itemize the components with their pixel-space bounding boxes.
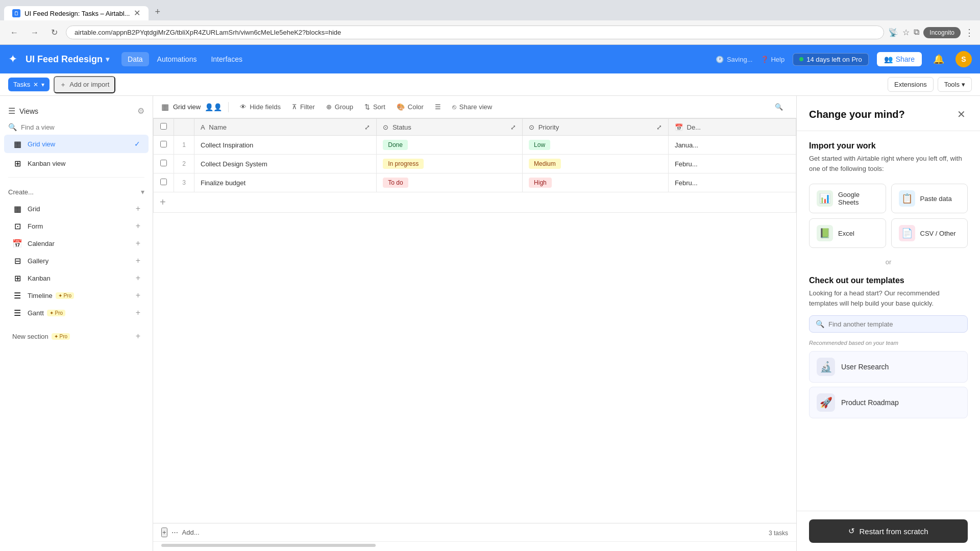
col-header-date[interactable]: 📅 De... [668,119,796,136]
row-3-priority[interactable]: High [523,173,669,192]
create-timeline-add-icon[interactable]: + [136,291,140,300]
create-kanban-add-icon[interactable]: + [136,273,140,283]
sidebar-item-grid-view[interactable]: ▦ Grid view ✓ [4,135,149,153]
nav-data[interactable]: Data [121,52,149,66]
row-3-check[interactable] [154,173,174,192]
new-tab-button[interactable]: + [149,4,166,20]
panel-close-button[interactable]: ✕ [955,106,968,122]
row-1-status[interactable]: Done [377,136,523,155]
create-calendar-add-icon[interactable]: + [136,239,140,248]
row-2-checkbox[interactable] [160,160,167,166]
add-import-button[interactable]: ＋ Add or import [54,76,115,93]
add-label[interactable]: Add... [182,529,200,536]
create-gantt-add-icon[interactable]: + [136,308,140,317]
templates-section: Check out our templates Looking for a he… [809,276,968,418]
create-kanban[interactable]: ⊞ Kanban + [8,269,144,287]
filter-button[interactable]: ⊼ Filter [287,101,320,113]
row-2-priority[interactable]: Medium [523,155,669,173]
create-form[interactable]: ⊡ Form + [8,217,144,235]
row-3-name[interactable]: Finalize budget [194,173,377,192]
bookmark-icon[interactable]: ☆ [902,28,910,37]
create-timeline[interactable]: ☰ Timeline ✦ Pro + [8,287,144,304]
create-gallery[interactable]: ⊟ Gallery + [8,252,144,269]
help-button[interactable]: ❓ Help [761,56,785,63]
row-1-priority[interactable]: Low [523,136,669,155]
nav-interfaces[interactable]: Interfaces [205,52,248,66]
add-row-cell[interactable]: + [154,192,796,213]
url-bar[interactable] [66,26,884,39]
col-header-name[interactable]: A Name ⤢ [194,119,377,136]
pro-badge[interactable]: 14 days left on Pro [793,53,868,66]
row-3-checkbox[interactable] [160,179,167,185]
create-header[interactable]: Create... ▾ [8,186,144,198]
template-product-roadmap[interactable]: 🚀 Product Roadmap [809,387,968,418]
template-search-input[interactable] [828,320,961,328]
create-gantt[interactable]: ☰ Gantt ✦ Pro + [8,304,144,321]
notifications-button[interactable]: 🔔 [930,51,947,68]
incognito-button[interactable]: Incognito [923,27,961,38]
share-button[interactable]: 👥 Share [877,52,922,66]
template-search[interactable]: 🔍 [809,315,968,333]
add-footer-button[interactable]: + [161,528,167,537]
row-3-status[interactable]: To do [377,173,523,192]
find-view-input[interactable] [21,123,144,131]
table-row[interactable]: 2 Collect Design System In progress Medi… [154,155,796,173]
select-all-checkbox[interactable] [160,123,167,130]
tasks-view-tab[interactable]: Tasks ✕ ▾ [8,78,50,91]
app-title-chevron-icon: ▾ [106,55,109,63]
row-2-name[interactable]: Collect Design System [194,155,377,173]
import-csv[interactable]: 📄 CSV / Other [891,218,968,248]
sort-button[interactable]: ⇅ Sort [359,101,390,113]
date-col-label: De... [687,123,701,131]
row-1-name[interactable]: Collect Inspiration [194,136,377,155]
table-row[interactable]: 3 Finalize budget To do High Febru... [154,173,796,192]
new-section-row[interactable]: New section ✦ Pro + [0,328,153,345]
col-header-priority[interactable]: ⊙ Priority ⤢ [523,119,669,136]
tools-button[interactable]: Tools ▾ [938,77,972,92]
add-row[interactable]: + [154,192,796,213]
group-button[interactable]: ⊕ Group [321,101,358,113]
hide-fields-button[interactable]: 👁 Hide fields [235,101,286,113]
import-paste-data[interactable]: 📋 Paste data [891,184,968,213]
row-1-checkbox[interactable] [160,141,167,147]
sidebar-gear-icon[interactable]: ⚙ [137,106,144,116]
import-grid: 📊 Google Sheets 📋 Paste data 📗 Excel [809,184,968,248]
create-grid[interactable]: ▦ Grid + [8,200,144,217]
forward-button[interactable]: → [27,26,43,39]
import-google-sheets[interactable]: 📊 Google Sheets [809,184,886,213]
template-user-research[interactable]: 🔬 User Research [809,351,968,383]
col-header-check[interactable] [154,119,174,136]
search-button[interactable]: 🔍 [770,101,788,113]
extension-icon[interactable]: ⧉ [914,28,919,37]
row-1-check[interactable] [154,136,174,155]
row-2-status[interactable]: In progress [377,155,523,173]
restart-from-scratch-button[interactable]: ↺ Restart from scratch [809,519,968,543]
nav-automations[interactable]: Automations [151,52,203,66]
back-button[interactable]: ← [6,26,22,39]
create-gallery-add-icon[interactable]: + [136,256,140,265]
import-excel[interactable]: 📗 Excel [809,218,886,248]
create-form-add-icon[interactable]: + [136,221,140,231]
row-2-check[interactable] [154,155,174,173]
reload-button[interactable]: ↻ [47,26,62,39]
extensions-button[interactable]: Extensions [888,77,934,92]
share-view-button[interactable]: ⎋ Share view [447,101,497,113]
view-name[interactable]: Grid view [173,103,201,111]
user-avatar[interactable]: S [955,51,972,67]
active-tab[interactable]: 🗒 UI Feed Redesign: Tasks – Airtabl... ✕ [4,6,149,20]
row-height-button[interactable]: ☰ [430,101,446,113]
create-calendar[interactable]: 📅 Calendar + [8,235,144,252]
new-section-add-icon[interactable]: + [136,332,140,341]
table-row[interactable]: 1 Collect Inspiration Done Low Janua... [154,136,796,155]
color-button[interactable]: 🎨 Color [391,101,429,113]
app-title[interactable]: UI Feed Redesign ▾ [26,54,109,65]
sidebar-item-kanban-view[interactable]: ⊞ Kanban view [4,154,149,172]
view-bar-users[interactable]: 👤👤 [205,103,222,111]
add-dots-label[interactable]: ⋯ [172,529,178,536]
horizontal-scrollbar[interactable] [161,544,376,547]
col-header-status[interactable]: ⊙ Status ⤢ [377,119,523,136]
tab-close-button[interactable]: ✕ [134,9,140,17]
create-grid-add-icon[interactable]: + [136,204,140,213]
app-logo[interactable]: ✦ [8,53,17,66]
more-options-icon[interactable]: ⋮ [965,27,974,38]
